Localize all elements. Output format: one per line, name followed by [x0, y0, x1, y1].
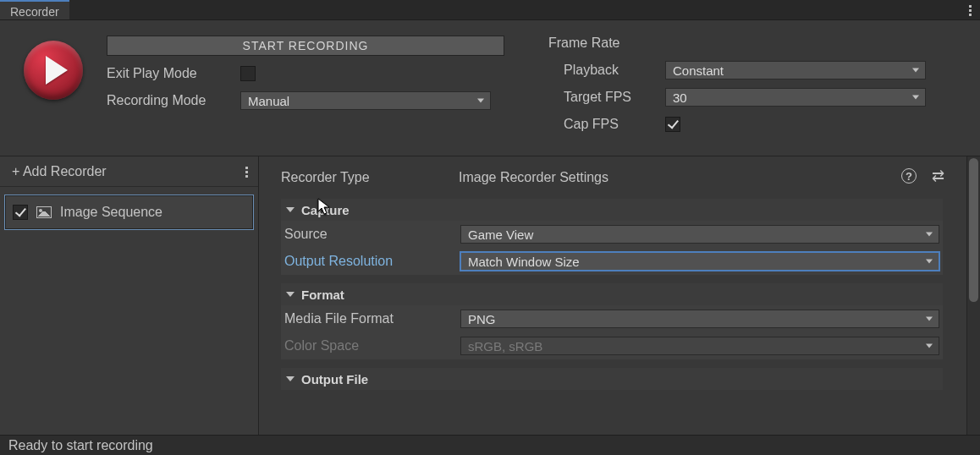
tab-recorder[interactable]: Recorder [0, 0, 69, 19]
output-resolution-dropdown[interactable]: Match Window Size [460, 252, 939, 271]
color-space-value: sRGB, sRGB [468, 339, 542, 354]
section-capture-title: Capture [301, 203, 350, 217]
recorder-enabled-checkbox[interactable] [13, 205, 28, 220]
section-format-header[interactable]: Format [281, 283, 943, 305]
playback-label: Playback [548, 63, 658, 78]
record-button[interactable] [24, 41, 83, 100]
add-recorder-button[interactable]: + Add Recorder [0, 156, 258, 187]
kebab-icon [969, 4, 972, 16]
help-icon[interactable]: ? [901, 168, 917, 184]
media-file-format-value: PNG [468, 312, 496, 326]
image-icon [36, 206, 52, 218]
output-resolution-value: Match Window Size [468, 255, 580, 269]
tab-label: Recorder [10, 5, 59, 19]
cap-fps-label: Cap FPS [548, 117, 658, 132]
color-space-dropdown: sRGB, sRGB [460, 337, 939, 355]
recorder-type-label: Recorder Type [281, 170, 459, 185]
target-fps-value: 30 [673, 90, 687, 105]
window-menu-button[interactable] [960, 0, 980, 19]
start-recording-button[interactable]: START RECORDING [107, 36, 504, 56]
frame-rate-header: Frame Rate [548, 36, 946, 51]
scrollbar-thumb[interactable] [969, 158, 978, 302]
exit-play-mode-checkbox[interactable] [240, 66, 256, 81]
section-capture-header[interactable]: Capture [281, 199, 943, 221]
kebab-icon [245, 166, 248, 178]
media-file-format-label: Media File Format [283, 311, 460, 326]
target-fps-label: Target FPS [548, 90, 658, 105]
foldout-icon [286, 292, 295, 297]
playback-dropdown[interactable]: Constant [665, 61, 926, 79]
media-file-format-dropdown[interactable]: PNG [460, 310, 939, 328]
add-recorder-label: + Add Recorder [12, 164, 107, 179]
foldout-icon [286, 207, 295, 212]
preset-icon[interactable]: ⇄ [932, 168, 943, 184]
recorder-list-item[interactable]: Image Sequence [5, 195, 253, 229]
output-resolution-label: Output Resolution [283, 254, 460, 269]
recording-mode-value: Manual [248, 94, 289, 108]
color-space-label: Color Space [283, 338, 460, 354]
recording-mode-dropdown[interactable]: Manual [240, 91, 491, 110]
status-text: Ready to start recording [8, 438, 153, 453]
target-fps-dropdown[interactable]: 30 [665, 88, 926, 107]
section-output-file-title: Output File [301, 372, 368, 386]
status-bar: Ready to start recording [0, 435, 980, 455]
source-label: Source [283, 227, 460, 242]
start-recording-label: START RECORDING [243, 39, 369, 52]
foldout-icon [286, 376, 295, 381]
source-value: Game View [468, 228, 533, 242]
playback-value: Constant [673, 63, 724, 78]
recording-mode-label: Recording Mode [107, 93, 234, 108]
play-icon [46, 56, 68, 85]
recorder-item-label: Image Sequence [60, 205, 162, 220]
source-dropdown[interactable]: Game View [460, 225, 939, 244]
section-output-file-header[interactable]: Output File [281, 368, 943, 390]
exit-play-mode-label: Exit Play Mode [107, 66, 234, 81]
scrollbar-vertical[interactable] [966, 156, 980, 435]
recorder-type-value: Image Recorder Settings [459, 170, 608, 185]
cap-fps-checkbox[interactable] [665, 117, 680, 132]
section-format-title: Format [301, 288, 344, 302]
